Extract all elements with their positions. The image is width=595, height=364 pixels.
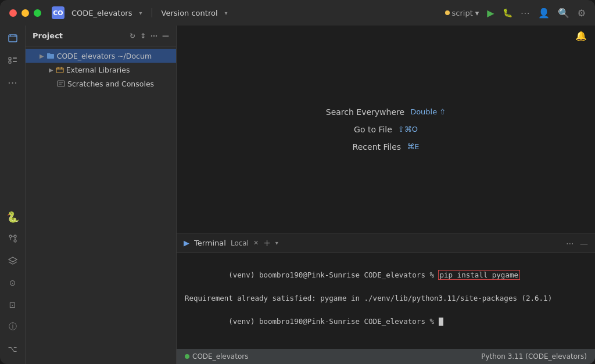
scratches-consoles-item[interactable]: Scratches and Consoles xyxy=(26,77,176,91)
scratches-icon xyxy=(57,80,65,87)
shortcut-recent-files: Recent Files ⌘E xyxy=(353,142,420,152)
project-root-item[interactable]: ▶ CODE_elevators ~/Docum xyxy=(26,49,176,63)
app-name[interactable]: CODE_elevators xyxy=(71,9,132,17)
terminal-line-2: Requirement already satisfied: pygame in… xyxy=(185,293,587,304)
script-chevron-icon: ▾ xyxy=(475,9,479,17)
script-menu[interactable]: script ▾ xyxy=(445,9,479,17)
folder-icon xyxy=(46,52,55,60)
sidebar-tree: ▶ CODE_elevators ~/Docum ▶ External Libr… xyxy=(26,46,176,364)
script-dot-icon xyxy=(445,10,450,15)
terminal-options-icon[interactable]: ⋯ xyxy=(566,239,574,248)
external-libraries-item[interactable]: ▶ External Libraries xyxy=(26,63,176,77)
terminal-command-highlight: pip install pygame xyxy=(439,271,519,279)
tree-chevron-collapsed-icon: ▶ xyxy=(49,67,53,73)
terminal-container: ▶ Terminal Local ✕ + ▾ ⋯ — (venv) boombr… xyxy=(177,233,595,349)
svg-point-7 xyxy=(14,235,16,237)
git-icon[interactable]: ⌥ xyxy=(2,338,23,359)
svg-rect-0 xyxy=(9,35,17,42)
svg-point-6 xyxy=(14,240,16,242)
collapse-icon[interactable]: ↕ xyxy=(140,32,146,40)
content-area: 🔔 Search Everywhere Double ⇧ Go to File … xyxy=(177,26,595,364)
titlebar-divider xyxy=(152,8,152,17)
settings-icon[interactable]: ⚙️ xyxy=(578,8,586,19)
svg-rect-2 xyxy=(9,61,11,63)
svg-point-5 xyxy=(9,235,12,237)
debug-icon[interactable]: 🐛 xyxy=(503,8,512,17)
go-to-file-label[interactable]: Go to File xyxy=(354,125,392,134)
terminal-config-label: Local xyxy=(231,239,249,247)
version-control-label[interactable]: Version control xyxy=(162,9,218,17)
minimize-button[interactable] xyxy=(21,9,29,17)
terminal-tab-label[interactable]: Terminal xyxy=(194,239,226,247)
maximize-button[interactable] xyxy=(34,9,41,17)
more-tools-icon[interactable]: ··· xyxy=(2,72,23,93)
run-configurations-icon[interactable]: ⊙ xyxy=(2,272,23,293)
search-everywhere-key: Double ⇧ xyxy=(410,107,446,116)
titlebar: CO CODE_elevators ▾ Version control ▾ sc… xyxy=(0,0,595,26)
terminal-body[interactable]: (venv) boombro190@Pink-Sunrise CODE_elev… xyxy=(177,253,595,349)
project-view-icon[interactable] xyxy=(2,28,23,49)
recent-files-key: ⌘E xyxy=(407,142,419,151)
search-everywhere-label[interactable]: Search Everywhere xyxy=(326,107,404,117)
icon-bar-bottom: 🐍 ⊙ ⊡ ⓘ ⌥ xyxy=(2,206,23,364)
tree-chevron-open-icon: ▶ xyxy=(40,53,44,59)
terminal-tab-dropdown-icon[interactable]: ▾ xyxy=(275,240,278,246)
close-sidebar-icon[interactable]: — xyxy=(162,32,169,40)
vcs-icon[interactable] xyxy=(2,228,23,249)
svg-rect-8 xyxy=(56,68,63,73)
more-options-icon[interactable]: ⋯ xyxy=(521,8,530,19)
terminal-tab-bar: ▶ Terminal Local ✕ + ▾ ⋯ — xyxy=(177,233,595,253)
refresh-icon[interactable]: ↻ xyxy=(130,32,135,40)
layers-icon[interactable] xyxy=(2,250,23,271)
shortcut-search-everywhere: Search Everywhere Double ⇧ xyxy=(326,107,446,117)
app-icon: CO xyxy=(52,6,64,19)
terminal-line-1: (venv) boombro190@Pink-Sunrise CODE_elev… xyxy=(185,258,587,293)
sidebar-header-label: Project xyxy=(33,31,63,40)
external-libraries-label: External Libraries xyxy=(66,66,130,74)
terminal-prompt-3: (venv) boombro190@Pink-Sunrise CODE_elev… xyxy=(228,317,438,326)
terminal-line-3: (venv) boombro190@Pink-Sunrise CODE_elev… xyxy=(185,304,587,339)
statusbar-project-name[interactable]: CODE_elevators xyxy=(192,352,248,361)
shortcuts-area: Search Everywhere Double ⇧ Go to File ⇧⌘… xyxy=(177,26,595,233)
main-layout: ··· 🐍 ⊙ ⊡ ⓘ xyxy=(0,26,595,364)
terminal-sidebar-icon[interactable]: ⊡ xyxy=(2,294,23,315)
search-icon[interactable]: 🔍 xyxy=(558,8,569,19)
icon-bar: ··· 🐍 ⊙ ⊡ ⓘ xyxy=(0,26,26,364)
problems-icon[interactable]: ⓘ xyxy=(2,316,23,337)
structure-icon[interactable] xyxy=(2,50,23,71)
terminal-tab-right-icons: ⋯ — xyxy=(566,239,588,248)
svg-rect-1 xyxy=(9,57,11,60)
scratches-consoles-label: Scratches and Consoles xyxy=(67,80,154,88)
account-icon[interactable]: 👤 xyxy=(538,8,550,19)
options-icon[interactable]: ⋯ xyxy=(150,32,157,40)
statusbar: CODE_elevators Python 3.11 (CODE_elevato… xyxy=(177,349,595,364)
svg-rect-4 xyxy=(13,61,17,62)
traffic-lights xyxy=(9,9,41,17)
sidebar-header-icons: ↻ ↕ ⋯ — xyxy=(130,32,169,40)
close-button[interactable] xyxy=(9,9,17,17)
run-icon[interactable]: ▶ xyxy=(487,8,494,19)
vc-chevron-icon[interactable]: ▾ xyxy=(225,10,228,16)
terminal-prompt-1: (venv) boombro190@Pink-Sunrise CODE_elev… xyxy=(228,271,438,279)
recent-files-label[interactable]: Recent Files xyxy=(353,142,402,152)
terminal-add-tab-icon[interactable]: + xyxy=(263,238,271,248)
app-name-chevron-icon[interactable]: ▾ xyxy=(139,10,142,16)
python-icon[interactable]: 🐍 xyxy=(2,206,23,227)
sidebar-header: Project ↻ ↕ ⋯ — xyxy=(26,26,176,46)
sidebar: Project ↻ ↕ ⋯ — ▶ CODE_elevators ~/Docum… xyxy=(26,26,177,364)
svg-rect-9 xyxy=(58,81,64,87)
terminal-run-icon: ▶ xyxy=(184,239,189,247)
script-label: script xyxy=(452,9,473,17)
bell-icon[interactable]: 🔔 xyxy=(575,30,587,41)
shortcut-go-to-file: Go to File ⇧⌘O xyxy=(354,125,418,134)
go-to-file-key: ⇧⌘O xyxy=(398,125,418,134)
terminal-tab-close-icon[interactable]: ✕ xyxy=(253,239,259,247)
library-icon xyxy=(56,66,64,73)
titlebar-right: script ▾ ▶ 🐛 ⋯ 👤 🔍 ⚙️ xyxy=(445,8,586,19)
project-root-label: CODE_elevators ~/Docum xyxy=(57,52,152,60)
status-dot-icon xyxy=(185,354,189,359)
statusbar-python-version[interactable]: Python 3.11 (CODE_elevators) xyxy=(481,352,587,361)
terminal-cursor xyxy=(439,318,443,326)
svg-rect-3 xyxy=(13,57,17,59)
terminal-minimize-icon[interactable]: — xyxy=(580,239,588,248)
